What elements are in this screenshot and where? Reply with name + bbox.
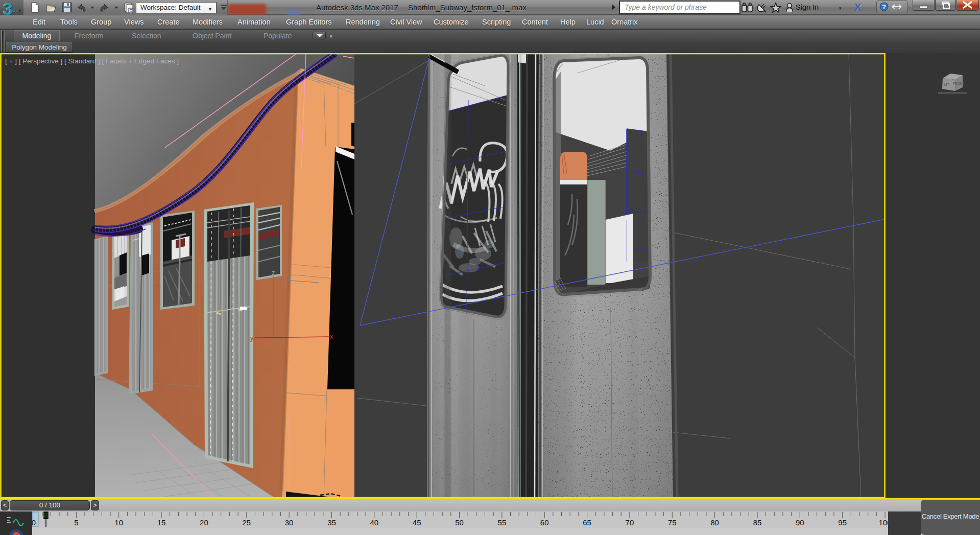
- svg-text:80: 80: [710, 518, 719, 527]
- svg-text:60: 60: [540, 518, 549, 527]
- svg-text:35: 35: [327, 518, 336, 527]
- svg-text:10: 10: [114, 518, 123, 527]
- svg-text:y: y: [250, 334, 254, 342]
- svg-text:?: ?: [882, 3, 886, 11]
- svg-text:LIT: LIT: [944, 83, 949, 86]
- svg-text:[ + ] [ Perspective ] [ Standa: [ + ] [ Perspective ] [ Standard ] [ Fac…: [5, 57, 179, 65]
- svg-text:50: 50: [455, 518, 464, 527]
- svg-text:55: 55: [498, 518, 507, 527]
- svg-text:25: 25: [242, 518, 251, 527]
- svg-text:85: 85: [753, 518, 762, 527]
- svg-text:45: 45: [413, 518, 421, 527]
- svg-text:x: x: [330, 333, 333, 340]
- svg-text:95: 95: [838, 518, 847, 527]
- svg-text:65: 65: [583, 518, 591, 527]
- svg-text:40: 40: [370, 518, 378, 527]
- svg-text:z: z: [272, 269, 275, 276]
- svg-text:90: 90: [796, 518, 804, 527]
- svg-text:FRONT: FRONT: [953, 82, 964, 85]
- svg-text:0: 0: [32, 518, 36, 527]
- svg-text:30: 30: [285, 518, 294, 527]
- svg-text:70: 70: [626, 518, 634, 527]
- svg-text:20: 20: [200, 518, 208, 527]
- svg-text:15: 15: [157, 518, 166, 527]
- svg-text:5: 5: [74, 518, 78, 527]
- svg-text:75: 75: [668, 518, 677, 527]
